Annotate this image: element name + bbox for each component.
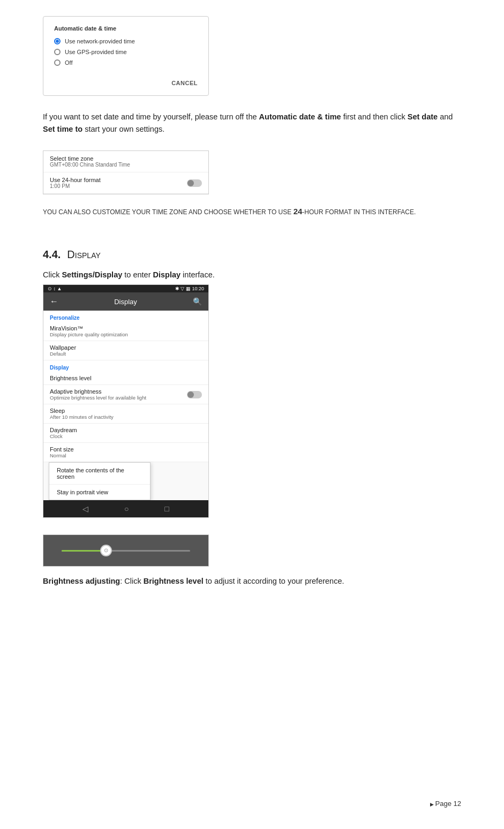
- intro-bold3: Set time to: [43, 125, 82, 133]
- nav-recents-icon[interactable]: □: [164, 504, 169, 513]
- adaptive-sub: Optimize brightness level for available …: [50, 395, 146, 401]
- radio-option-1: Use network-provided time: [54, 38, 198, 44]
- cancel-button-label[interactable]: CANCEL: [171, 80, 198, 86]
- radio-circle-1: [54, 38, 61, 44]
- status-bar-left: ⊙ ↕ ▲: [48, 286, 62, 291]
- tz-item-24hour: Use 24-hour format 1:00 PM: [43, 172, 208, 194]
- settings-item-brightness[interactable]: Brightness level: [43, 372, 208, 385]
- daydream-title: Daydream: [50, 427, 202, 433]
- intro-text-middle: first and then click: [341, 112, 408, 121]
- adaptive-title: Adaptive brightness: [50, 388, 146, 395]
- radio-option-2: Use GPS-provided time: [54, 49, 198, 55]
- tz-sub-1: GMT+08:00 China Standard Time: [50, 162, 202, 168]
- click-instruction: Click Settings/Display to enter Display …: [43, 270, 461, 279]
- status-bar: ⊙ ↕ ▲ ✱ ▽ ▦ 10:20: [43, 285, 208, 292]
- adaptive-row: Adaptive brightness Optimize brightness …: [50, 388, 202, 401]
- dialog-title: Automatic date & time: [54, 25, 198, 32]
- intro-text-and: and: [438, 112, 453, 121]
- timezone-screenshot: Select time zone GMT+08:00 China Standar…: [43, 150, 209, 194]
- click-bold2: Display: [153, 270, 181, 279]
- brightness-slider-fill: [62, 550, 104, 552]
- miravision-title: MiraVision™: [50, 325, 202, 331]
- miravision-sub: Display picture quality optimization: [50, 331, 202, 337]
- dialog-footer: CANCEL: [54, 73, 198, 87]
- settings-item-sleep[interactable]: Sleep After 10 minutes of inactivity: [43, 404, 208, 424]
- intro-paragraph: If you want to set date and time by your…: [43, 111, 461, 135]
- sleep-sub: After 10 minutes of inactivity: [50, 414, 202, 420]
- nav-back-icon[interactable]: ◁: [82, 504, 88, 513]
- settings-item-fontsize[interactable]: Font size Normal: [43, 443, 208, 462]
- page-number: Page 12: [430, 800, 461, 808]
- brightness-caption: Brightness adjusting: Click Brightness l…: [43, 575, 461, 587]
- toolbar-title: Display: [114, 298, 137, 306]
- settings-list: Personalize MiraVision™ Display picture …: [43, 311, 208, 462]
- settings-item-daydream[interactable]: Daydream Clock: [43, 424, 208, 443]
- section-title: Display: [67, 248, 100, 261]
- brightness-slider-track: ⊙: [62, 550, 190, 552]
- intro-bold1: Automatic date & time: [259, 112, 341, 121]
- brightness-thumb[interactable]: ⊙: [100, 545, 112, 556]
- radio-option-3: Off: [54, 59, 198, 66]
- radio-circle-3: [54, 59, 61, 66]
- brightness-title: Brightness level: [50, 375, 202, 381]
- popup-item-1[interactable]: Rotate the contents of the screen: [49, 463, 150, 485]
- radio-circle-2: [54, 49, 61, 55]
- click-before: Click: [43, 270, 62, 279]
- fontsize-sub: Normal: [50, 453, 202, 458]
- sleep-title: Sleep: [50, 408, 202, 414]
- toggle-adaptive[interactable]: [187, 391, 202, 398]
- click-after: interface.: [180, 270, 215, 279]
- brightness-after: to adjust it according to your preferenc…: [204, 577, 344, 585]
- status-bar-right: ✱ ▽ ▦ 10:20: [175, 286, 204, 291]
- intro-bold2: Set date: [408, 112, 438, 121]
- section-number: 4.4.: [43, 248, 61, 261]
- toggle-24hour: [187, 179, 202, 187]
- nav-bar: ◁ ○ □: [43, 500, 208, 517]
- settings-toolbar: ← Display 🔍: [43, 292, 208, 311]
- display-settings-screenshot: ⊙ ↕ ▲ ✱ ▽ ▦ 10:20 ← Display 🔍 Personaliz…: [43, 284, 209, 518]
- fontsize-title: Font size: [50, 446, 202, 453]
- settings-item-adaptive[interactable]: Adaptive brightness Optimize brightness …: [43, 385, 208, 404]
- search-icon[interactable]: 🔍: [193, 297, 202, 306]
- wallpaper-title: Wallpaper: [50, 344, 202, 351]
- tz-item-timezone: Select time zone GMT+08:00 China Standar…: [43, 151, 208, 172]
- section-heading: 4.4. Display: [43, 248, 461, 261]
- note-highlight: 24: [294, 207, 303, 216]
- intro-text-before: If you want to set date and time by your…: [43, 112, 259, 121]
- intro-text-after: start your own settings.: [82, 125, 164, 133]
- tz-sub-2: 1:00 PM: [50, 183, 101, 189]
- daydream-sub: Clock: [50, 433, 202, 439]
- section-header-personalize: Personalize: [43, 311, 208, 322]
- tz-24hour-row: Use 24-hour format 1:00 PM: [50, 177, 202, 189]
- popup-item-2[interactable]: Stay in portrait view: [49, 485, 150, 500]
- tz-title-2: Use 24-hour format: [50, 177, 101, 183]
- brightness-colon: : Click: [120, 577, 144, 585]
- note-paragraph: You can also customize your time zone an…: [43, 205, 461, 218]
- brightness-label: Brightness adjusting: [43, 577, 120, 585]
- dialog-screenshot: Automatic date & time Use network-provid…: [43, 16, 209, 96]
- settings-item-wallpaper[interactable]: Wallpaper Default: [43, 341, 208, 360]
- note-prefix: You can also customize your time zone an…: [43, 208, 294, 216]
- nav-home-icon[interactable]: ○: [124, 504, 129, 513]
- note-suffix: -hour format in this interface.: [302, 208, 416, 216]
- section-header-display: Display: [43, 360, 208, 372]
- tz-title-1: Select time zone: [50, 155, 202, 162]
- settings-item-miravision[interactable]: MiraVision™ Display picture quality opti…: [43, 322, 208, 341]
- brightness-bold: Brightness level: [144, 577, 204, 585]
- popup-overlay: Rotate the contents of the screen Stay i…: [49, 462, 151, 500]
- brightness-screenshot: ⊙: [43, 534, 209, 567]
- click-middle: to enter: [122, 270, 153, 279]
- wallpaper-sub: Default: [50, 351, 202, 357]
- click-bold1: Settings/Display: [62, 270, 122, 279]
- back-arrow-icon[interactable]: ←: [50, 297, 58, 306]
